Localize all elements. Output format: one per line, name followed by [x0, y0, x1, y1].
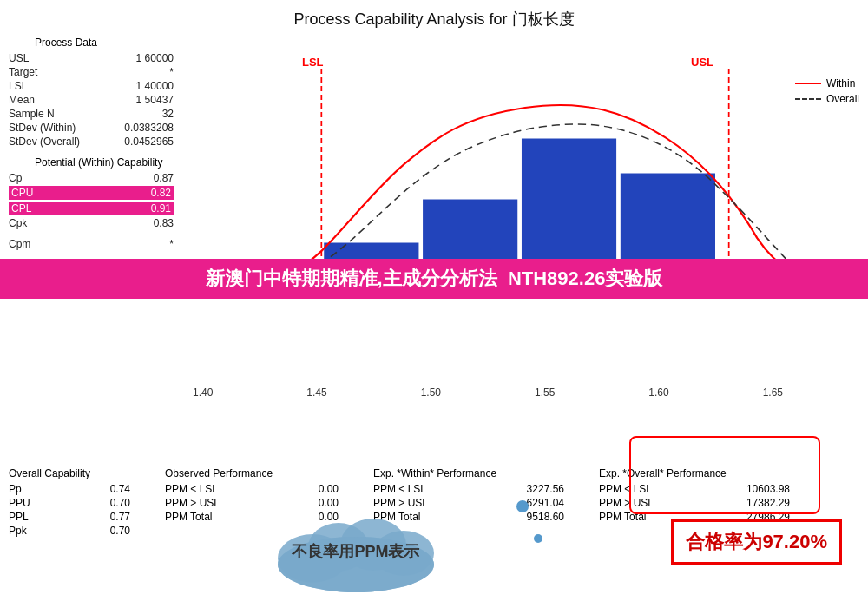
- data-row-cpm: Cpm *: [9, 238, 174, 250]
- histogram-chart: [182, 69, 868, 347]
- legend: Within Overall: [795, 77, 859, 109]
- cloud-text: 不良率用PPM表示: [278, 541, 434, 562]
- overall-label: Overall: [826, 93, 859, 105]
- xaxis-label-160: 1.60: [648, 387, 668, 399]
- overall-capability-group: Overall Capability Pp 0.74 PPU 0.70 PPL …: [9, 467, 130, 539]
- exp-within-title: Exp. *Within* Performance: [373, 467, 564, 479]
- lsl-label: LSL: [302, 56, 324, 69]
- xaxis-label-165: 1.65: [763, 387, 783, 399]
- data-row-cpu: CPU 0.82: [9, 186, 174, 200]
- within-label: Within: [826, 77, 855, 89]
- stat-ppu: PPU 0.70: [9, 497, 130, 509]
- xaxis-label-145: 1.45: [306, 387, 326, 399]
- data-row-target: Target *: [9, 66, 174, 78]
- data-row-stdev-within: StDev (Within) 0.0383208: [9, 122, 174, 134]
- data-row-lsl: LSL 1 40000: [9, 80, 174, 92]
- stat-ppk: Ppk 0.70: [9, 525, 130, 537]
- xaxis-labels: 1.40 1.45 1.50 1.55 1.60 1.65: [193, 387, 783, 399]
- stat-ppl: PPL 0.77: [9, 511, 130, 523]
- blue-dot-1: [516, 500, 529, 512]
- potential-capability-title: Potential (Within) Capability: [35, 156, 174, 169]
- usl-label: USL: [691, 56, 713, 69]
- xaxis-label-150: 1.50: [421, 387, 441, 399]
- pink-banner: 新澳门中特期期精准,‌主成分分析法_NTH892.26实验版: [0, 259, 868, 299]
- svg-rect-4: [521, 138, 616, 277]
- within-line-icon: [795, 83, 821, 84]
- exp-within-ppm-lsl: PPM < LSL 3227.56: [373, 483, 564, 495]
- observed-performance-title: Observed Performance: [165, 467, 339, 479]
- legend-within: Within: [795, 77, 859, 89]
- data-row-cpl: CPL 0.91: [9, 202, 174, 215]
- legend-overall: Overall: [795, 93, 859, 105]
- cloud-container: 不良率用PPM表示: [260, 508, 451, 595]
- overall-capability-title: Overall Capability: [9, 467, 130, 479]
- overall-line-icon: [795, 98, 821, 100]
- xaxis-label-155: 1.55: [535, 387, 555, 399]
- xaxis-label-140: 1.40: [193, 387, 213, 399]
- data-row-mean: Mean 1 50437: [9, 94, 174, 106]
- data-row-samplen: Sample N 32: [9, 108, 174, 120]
- obs-ppm-lsl: PPM < LSL 0.00: [165, 483, 339, 495]
- process-data-title: Process Data: [35, 36, 174, 49]
- data-row-cpk: Cpk 0.83: [9, 217, 174, 229]
- red-highlight-box: [629, 436, 820, 514]
- stat-pp: Pp 0.74: [9, 483, 130, 495]
- blue-dot-2: [534, 534, 542, 543]
- data-row-stdev-overall: StDev (Overall) 0.0452965: [9, 135, 174, 148]
- pass-rate-box: 合格率为97.20%: [671, 519, 842, 565]
- chart-title: Process Capability Analysis for 门板长度: [0, 9, 868, 30]
- data-row-usl: USL 1 60000: [9, 52, 174, 64]
- obs-ppm-usl: PPM > USL 0.00: [165, 497, 339, 509]
- data-row-cp: Cp 0.87: [9, 172, 174, 184]
- exp-within-ppm-usl: PPM > USL 6291.04: [373, 497, 564, 509]
